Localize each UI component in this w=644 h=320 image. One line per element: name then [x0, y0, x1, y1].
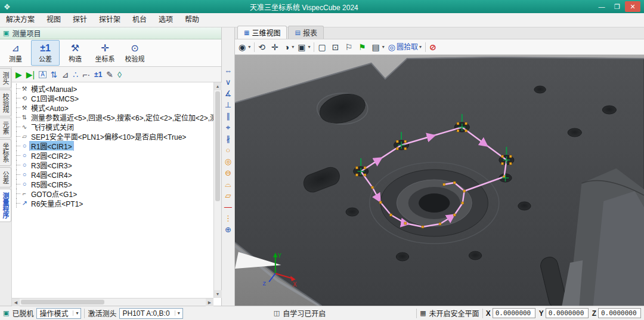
- scroll-down-icon[interactable]: ▼: [214, 290, 222, 298]
- menu-item[interactable]: 机台: [126, 13, 153, 27]
- hscroll-track[interactable]: [20, 299, 206, 306]
- angle[interactable]: ∡: [225, 90, 232, 97]
- hscroll-thumb[interactable]: [21, 300, 104, 304]
- side-tab[interactable]: 坐标系: [0, 139, 11, 166]
- horizontal-scrollbar[interactable]: ◀ ▶: [12, 298, 213, 306]
- side-tab[interactable]: 公差: [0, 167, 11, 187]
- scroll-right-icon[interactable]: ▶: [206, 299, 213, 306]
- tree-guide: [13, 103, 20, 112]
- concentricity[interactable]: ◎: [225, 158, 231, 165]
- side-tab[interactable]: 测量程序: [0, 189, 11, 222]
- vertical-scrollbar[interactable]: ▲ ▼: [213, 82, 221, 298]
- view-tab[interactable]: ▤ 报表: [288, 26, 323, 39]
- menu-item[interactable]: 探针架: [93, 13, 126, 27]
- render-mode[interactable]: ◑ ▾: [284, 43, 294, 51]
- tree-item[interactable]: ○ R5圆<CIR5>: [13, 179, 221, 189]
- close-button[interactable]: ✕: [625, 1, 640, 12]
- viewport-tool-button[interactable]: [254, 42, 255, 52]
- side-tab[interactable]: 测头: [0, 68, 11, 88]
- tolerance[interactable]: ±1: [94, 71, 102, 78]
- vscroll-thumb[interactable]: [215, 91, 220, 201]
- construct[interactable]: ⚒ 构造: [61, 40, 89, 66]
- measure[interactable]: ⊿ 测量: [1, 40, 30, 66]
- path[interactable]: ⌐·: [82, 70, 90, 79]
- gauge[interactable]: ⊙ 校验规: [120, 40, 149, 66]
- tree-item[interactable]: ↗ R6矢量点<PT1>: [13, 198, 221, 208]
- tree-item[interactable]: ⚒ 模式<Auto>: [13, 103, 221, 112]
- tree-item[interactable]: ▱ SEP1安全平面<PLN1>偏移<10>是否启用<True>: [13, 131, 221, 141]
- tree-item-icon: ⚒: [20, 104, 29, 111]
- view-options[interactable]: ◉ ▾: [239, 43, 250, 51]
- viewport-tool-button[interactable]: [425, 42, 426, 52]
- coordinate-system[interactable]: ✛ 坐标系: [91, 40, 119, 66]
- tree-item[interactable]: ○ R3圆<CIR3>: [13, 160, 221, 170]
- scroll-left-icon[interactable]: ◀: [12, 299, 20, 306]
- angle-min[interactable]: ∨: [225, 78, 231, 86]
- run-program[interactable]: ▶: [16, 70, 22, 79]
- measure[interactable]: ⊿: [62, 70, 69, 79]
- view-cube[interactable]: ▣ ▾: [298, 43, 310, 51]
- cad[interactable]: ◊: [117, 70, 122, 79]
- tree-item-icon: ⌐: [20, 190, 29, 197]
- tag[interactable]: ⚐: [345, 43, 355, 51]
- straightness[interactable]: —: [224, 203, 232, 211]
- scroll-up-icon[interactable]: ▲: [214, 82, 222, 90]
- program-tree: ⚒ 模式<Manual> ⟲ C1回调<MCS>: [12, 82, 221, 306]
- side-tab[interactable]: 元素: [0, 118, 11, 138]
- menu-item[interactable]: 视图: [41, 13, 67, 27]
- tree-item[interactable]: ⚒ 模式<Manual>: [13, 84, 221, 93]
- tree-item[interactable]: ⌐ GOTO点<G1>: [13, 189, 221, 198]
- zoom-fit[interactable]: ⊡: [332, 43, 342, 51]
- tree-item[interactable]: ○ R2圆<CIR2>: [13, 150, 221, 160]
- parallelism[interactable]: ∥: [226, 112, 230, 120]
- points[interactable]: ∴: [73, 70, 78, 79]
- side-tab[interactable]: 校验规: [0, 90, 11, 116]
- run-selected[interactable]: ▶|: [26, 70, 35, 79]
- probe-stop[interactable]: ⊘: [429, 43, 439, 51]
- flag[interactable]: ⚑: [358, 43, 369, 51]
- pan[interactable]: ✛: [271, 43, 281, 51]
- distance[interactable]: ⇔: [224, 67, 232, 75]
- active-probe-select[interactable]: PH10T A:0,B:0 ▾: [119, 308, 182, 319]
- position[interactable]: ⌖: [226, 124, 230, 131]
- minimize-button[interactable]: —: [594, 1, 609, 12]
- side-tab-strip: 测头校验规元素坐标系公差测量程序: [0, 67, 11, 306]
- menu-item[interactable]: 解决方案: [0, 13, 41, 27]
- menu-item[interactable]: 探针: [67, 13, 93, 27]
- tree-guide: [13, 122, 20, 131]
- vscroll-track[interactable]: [214, 90, 221, 290]
- maximize-button[interactable]: ❐: [609, 1, 625, 12]
- tree-item[interactable]: ⇅ 测量参数逼近<5>,回退<5>,搜索<6>,定位<2>,定位加<2>,测量: [13, 112, 221, 122]
- 3d-scene[interactable]: Y X Z: [235, 55, 644, 306]
- edit[interactable]: ✎: [106, 70, 113, 79]
- tree-item-label: 测量参数逼近<5>,回退<5>,搜索<6>,定位<2>,定位加<2>,测量: [30, 112, 221, 122]
- runout[interactable]: ⋮: [224, 214, 232, 222]
- snapshot[interactable]: ▤ ▾: [372, 43, 385, 51]
- selflearn-status-label: 自学习已开启: [283, 308, 326, 318]
- viewport-tool-label: 圆拾取: [397, 44, 418, 51]
- tree-item[interactable]: ⟲ C1回调<MCS>: [13, 93, 221, 103]
- panel-header-icon: ▣: [3, 29, 9, 37]
- tree-item[interactable]: ∿ 飞行模式关闭: [13, 122, 221, 131]
- operation-mode-select[interactable]: 操作模式 ▾: [36, 308, 81, 319]
- view-tab[interactable]: ▦ 三维视图: [237, 26, 287, 39]
- perpendicularity[interactable]: ⊥: [225, 101, 231, 109]
- auto-text[interactable]: A: [39, 71, 47, 78]
- inclination[interactable]: ∦: [226, 135, 230, 143]
- menu-item[interactable]: 选项: [153, 13, 179, 27]
- viewport-tool-button[interactable]: [314, 42, 314, 52]
- tree-item[interactable]: ○ R1圆<CIR1>: [13, 141, 221, 150]
- sort[interactable]: ⇅: [51, 70, 58, 79]
- orbit[interactable]: ⟲: [258, 43, 268, 51]
- 3d-viewport[interactable]: Y X Z: [235, 55, 644, 306]
- zoom-window[interactable]: ▢: [318, 43, 328, 51]
- symmetry[interactable]: ⊕: [225, 226, 231, 233]
- circle-pick[interactable]: ◎ 圆拾取 ▾: [388, 43, 422, 51]
- coaxiality[interactable]: ⊖: [225, 169, 231, 177]
- flatness[interactable]: ▱: [225, 192, 231, 199]
- profile[interactable]: ⌓: [225, 180, 231, 188]
- roundness[interactable]: ○: [226, 146, 231, 154]
- tree-item[interactable]: ○ R4圆<CIR4>: [13, 170, 221, 179]
- menu-item[interactable]: 帮助: [179, 13, 205, 27]
- tolerance[interactable]: ±1 公差: [31, 40, 60, 66]
